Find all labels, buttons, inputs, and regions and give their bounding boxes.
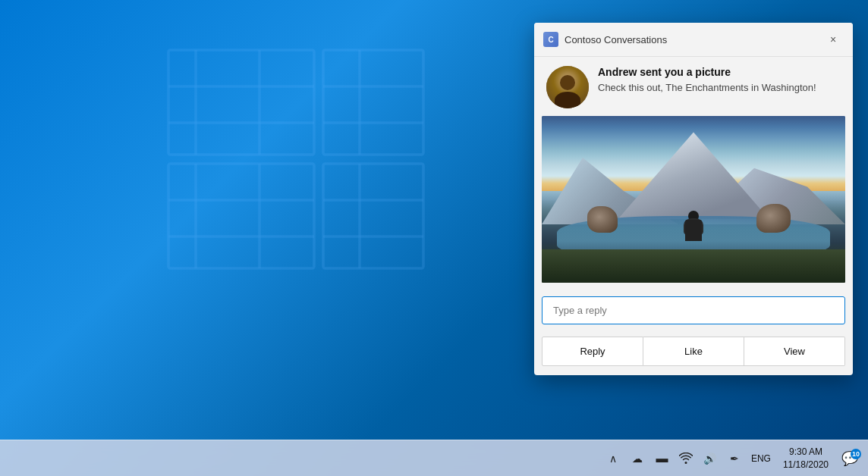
- notification-text: Andrew sent you a picture Check this out…: [598, 66, 841, 95]
- taskbar: ∧ ☁ ▬ 🔊 ✒ ENG: [0, 440, 868, 476]
- like-button[interactable]: Like: [643, 337, 744, 366]
- person-body: [685, 220, 702, 241]
- reply-button[interactable]: Reply: [542, 337, 643, 366]
- notification-body: Andrew sent you a picture Check this out…: [534, 57, 853, 116]
- notification-center-button[interactable]: 💬 10: [838, 446, 862, 471]
- rock-right: [756, 204, 791, 233]
- svg-rect-2: [168, 164, 314, 268]
- notification-card: C Contoso Conversations × Andrew sent yo…: [534, 23, 853, 375]
- avatar-image: [546, 66, 589, 108]
- svg-rect-0: [168, 50, 314, 155]
- language-indicator[interactable]: ENG: [748, 452, 774, 465]
- notification-badge: 10: [851, 449, 861, 459]
- notification-header: C Contoso Conversations ×: [534, 23, 853, 57]
- desktop: C Contoso Conversations × Andrew sent yo…: [0, 0, 868, 476]
- avatar: [546, 66, 589, 108]
- notification-image-container: [542, 116, 845, 283]
- view-button[interactable]: View: [744, 337, 845, 366]
- reply-input[interactable]: [542, 296, 845, 324]
- close-button[interactable]: ×: [822, 29, 844, 50]
- clock[interactable]: 9:30 AM 11/18/2020: [777, 444, 835, 473]
- chevron-up-icon[interactable]: ∧: [602, 448, 624, 469]
- time-display: 9:30 AM: [789, 446, 822, 459]
- notification-message: Check this out, The Enchantments in Wash…: [598, 81, 841, 95]
- date-display: 11/18/2020: [783, 459, 829, 471]
- wifi-icon[interactable]: [675, 448, 697, 469]
- rock-left: [587, 206, 618, 233]
- svg-rect-3: [323, 164, 423, 268]
- reply-input-container: [534, 290, 853, 330]
- taskbar-right: ∧ ☁ ▬ 🔊 ✒ ENG: [602, 444, 862, 473]
- notification-header-left: C Contoso Conversations: [543, 32, 667, 47]
- action-buttons: Reply Like View: [534, 330, 853, 375]
- notification-image: [542, 116, 845, 283]
- notification-title: Andrew sent you a picture: [598, 66, 841, 78]
- svg-rect-1: [323, 50, 423, 155]
- volume-icon[interactable]: 🔊: [700, 448, 721, 469]
- windows-logo: [114, 15, 478, 303]
- cloud-icon[interactable]: ☁: [627, 448, 648, 469]
- person-silhouette: [682, 211, 705, 252]
- app-icon: C: [543, 32, 558, 47]
- battery-icon[interactable]: ▬: [651, 448, 672, 469]
- pen-icon[interactable]: ✒: [724, 448, 745, 469]
- app-name: Contoso Conversations: [565, 34, 667, 45]
- ground-layer: [542, 249, 845, 283]
